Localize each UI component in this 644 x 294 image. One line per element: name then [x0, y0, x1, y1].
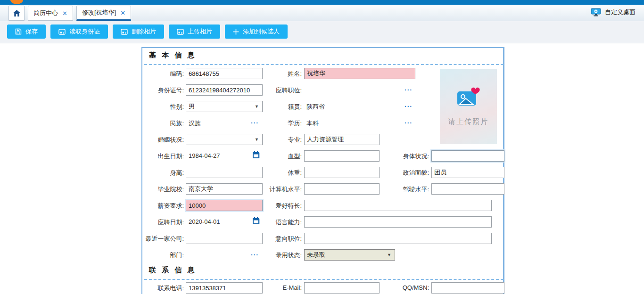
political-status-input[interactable]	[431, 167, 504, 178]
email-label: E-Mail:	[258, 284, 302, 291]
customize-desktop-label: 自定义桌面	[605, 8, 636, 16]
browser-logo-icon	[10, 0, 23, 4]
qq-input[interactable]	[431, 282, 504, 294]
ethnicity-lookup-button[interactable]: ···	[251, 121, 259, 125]
birth-date-value: 1984-04-27	[189, 152, 220, 159]
name-input[interactable]	[304, 68, 415, 79]
hire-status-select[interactable]: 未录取 ▼	[304, 249, 395, 261]
id-card-icon	[58, 29, 66, 35]
major-label: 专业:	[258, 136, 302, 144]
section-title-basic-info: 基 本 信 息	[149, 51, 197, 60]
tab-home[interactable]	[8, 6, 25, 21]
button-label: 保存	[25, 27, 38, 36]
code-input[interactable]	[186, 68, 263, 79]
gender-select-value: 男	[189, 102, 195, 111]
upload-photo-button[interactable]: 上传相片	[169, 24, 220, 39]
tab-bar: 简历中心 ✕ 修改[祝培华] ✕ 自定义桌面	[0, 5, 644, 21]
id-number-label: 身份证号:	[127, 86, 184, 95]
ethnicity-value: 汉族	[189, 119, 201, 128]
dropdown-arrow-icon: ▼	[387, 253, 391, 257]
computer-skill-label: 计算机水平:	[258, 185, 302, 194]
education-lookup-button[interactable]: ···	[405, 121, 413, 125]
marital-status-select[interactable]: ▼	[186, 134, 263, 145]
read-id-card-button[interactable]: 读取身份证	[50, 24, 108, 39]
weight-input[interactable]	[304, 167, 380, 178]
section-divider	[144, 279, 504, 280]
apply-date-label: 应聘日期:	[127, 218, 184, 227]
photo-placeholder-text: 请上传照片	[448, 117, 488, 126]
app-window: 简历中心 ✕ 修改[祝培华] ✕ 自定义桌面	[0, 0, 644, 294]
driving-skill-input[interactable]	[431, 183, 504, 195]
marital-status-label: 婚姻状况:	[127, 136, 184, 144]
blood-type-input[interactable]	[304, 150, 380, 162]
close-icon[interactable]: ✕	[62, 10, 67, 16]
email-input[interactable]	[304, 282, 380, 294]
phone-label: 联系电话:	[127, 284, 184, 293]
salary-input[interactable]	[186, 200, 263, 211]
photo-card-icon	[177, 29, 184, 35]
native-place-value: 陕西省	[306, 103, 325, 111]
photo-upload-placeholder[interactable]: 请上传照片	[440, 69, 497, 144]
delete-photo-button[interactable]: 删除相片	[113, 24, 164, 39]
apply-date-value: 2020-04-01	[189, 218, 220, 225]
tab-resume-center[interactable]: 简历中心 ✕	[28, 6, 73, 21]
ethnicity-label: 民族:	[127, 119, 184, 128]
section-title-contact-info: 联 系 信 息	[149, 266, 197, 275]
close-icon[interactable]: ✕	[120, 10, 125, 16]
last-company-label: 最近一家公司:	[127, 235, 184, 243]
department-lookup-button[interactable]: ···	[251, 253, 259, 257]
department-label: 部门:	[127, 251, 184, 260]
birth-date-label: 出生日期:	[127, 152, 184, 161]
language-input[interactable]	[304, 216, 492, 228]
hire-status-label: 录用状态:	[258, 251, 302, 260]
home-icon	[13, 10, 20, 16]
apply-position-label: 应聘职位:	[258, 86, 302, 95]
intended-position-input[interactable]	[304, 233, 492, 244]
language-label: 语言能力:	[258, 218, 302, 227]
section-divider	[144, 64, 504, 65]
plus-icon	[233, 29, 239, 35]
school-input[interactable]	[186, 183, 263, 195]
weight-label: 体重:	[258, 169, 302, 177]
save-icon	[15, 28, 22, 35]
save-button[interactable]: 保存	[7, 24, 46, 39]
customize-desktop-button[interactable]: 自定义桌面	[591, 8, 636, 16]
add-to-candidates-button[interactable]: 添加到候选人	[225, 24, 288, 39]
gender-select[interactable]: 男 ▼	[186, 101, 263, 112]
computer-skill-input[interactable]	[304, 183, 380, 195]
health-label: 身体状况:	[382, 152, 429, 161]
qq-label: QQ/MSN:	[382, 284, 429, 291]
political-status-label: 政治面貌:	[382, 169, 429, 177]
action-toolbar: 保存 读取身份证 删除相片 上传相片	[0, 21, 644, 43]
intended-position-label: 意向职位:	[258, 235, 302, 243]
hobby-label: 爱好特长:	[258, 202, 302, 210]
button-label: 删除相片	[132, 27, 156, 36]
name-label: 姓名:	[258, 70, 302, 78]
button-label: 上传相片	[188, 27, 212, 36]
height-label: 身高:	[127, 169, 184, 177]
photo-image-icon	[456, 87, 481, 108]
height-input[interactable]	[186, 167, 263, 178]
school-label: 毕业院校:	[127, 185, 184, 194]
hire-status-select-value: 未录取	[307, 251, 325, 259]
photo-card-icon	[121, 29, 128, 35]
hobby-input[interactable]	[304, 200, 492, 211]
major-input[interactable]	[304, 134, 380, 145]
education-label: 学历:	[258, 119, 302, 128]
id-number-input[interactable]	[186, 84, 263, 96]
health-input[interactable]	[431, 150, 504, 162]
education-value: 本科	[306, 119, 319, 128]
last-company-input[interactable]	[186, 233, 263, 244]
apply-position-lookup-button[interactable]: ···	[405, 88, 413, 92]
tab-edit-record[interactable]: 修改[祝培华] ✕	[76, 6, 131, 21]
top-browser-strip	[0, 0, 644, 5]
native-place-lookup-button[interactable]: ···	[405, 104, 413, 109]
phone-input[interactable]	[186, 282, 263, 294]
gender-label: 性别:	[127, 103, 184, 111]
driving-skill-label: 驾驶水平:	[382, 185, 429, 194]
code-label: 编码:	[127, 70, 184, 78]
tab-label: 修改[祝培华]	[82, 8, 116, 17]
tab-label: 简历中心	[33, 9, 58, 17]
blood-type-label: 血型:	[258, 152, 302, 161]
button-label: 读取身份证	[69, 27, 100, 36]
